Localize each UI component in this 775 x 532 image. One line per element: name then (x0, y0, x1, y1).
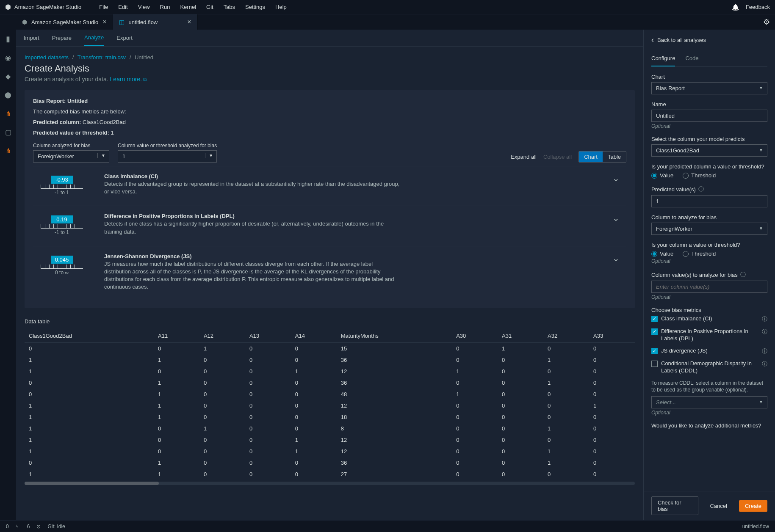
subtab-analyze[interactable]: Analyze (84, 30, 104, 46)
col-value-select[interactable]: 1 (118, 150, 217, 163)
info-icon[interactable] (740, 271, 746, 278)
menu-tabs[interactable]: Tabs (219, 4, 240, 10)
collapse-all[interactable]: Collapse all (543, 154, 572, 160)
table-row: 00100150100 (25, 342, 635, 354)
chevron-down-icon[interactable] (612, 213, 620, 223)
bias-threshold-radio[interactable]: Threshold (683, 251, 716, 257)
close-icon[interactable]: × (187, 18, 191, 26)
cancel-button[interactable]: Cancel (704, 500, 733, 512)
bias-value-radio[interactable]: Value (651, 251, 673, 257)
breadcrumb-datasets[interactable]: Imported datasets (25, 54, 69, 61)
metric-title: Difference in Positive Proportions in La… (104, 213, 401, 219)
status-file: untitled.flow (742, 524, 769, 529)
report-title: Bias Report: Untitled (33, 98, 626, 104)
disk-icon[interactable] (36, 524, 41, 529)
folder-icon[interactable] (4, 35, 12, 43)
table-header: A13 (245, 329, 291, 343)
menu-edit[interactable]: Edit (113, 4, 133, 10)
subtab-export[interactable]: Export (116, 30, 133, 45)
learn-more-link[interactable]: Learn more. (110, 76, 147, 83)
metric-checkbox[interactable]: JS divergence (JS) (651, 347, 767, 355)
info-icon[interactable] (762, 315, 767, 323)
info-icon[interactable] (762, 328, 767, 336)
info-icon[interactable] (698, 185, 704, 193)
view-chart-button[interactable]: Chart (579, 152, 603, 162)
gauge-range: -1 to 1 (36, 229, 87, 235)
checkbox[interactable] (651, 316, 658, 322)
menu-git[interactable]: Git (201, 4, 219, 10)
subtab-import[interactable]: Import (24, 30, 39, 45)
predict-threshold-radio[interactable]: Threshold (683, 172, 716, 179)
cddl-select[interactable]: Select... (651, 396, 767, 408)
metric-row: -0.93 -1 to 1 Class Imbalance (CI) Detec… (33, 166, 626, 202)
choose-metrics-label: Choose bias metrics (651, 307, 767, 313)
table-row: 10001120000 (25, 434, 635, 446)
top-menu-bar: Amazon SageMaker Studio FileEditViewRunK… (0, 0, 775, 14)
expand-all[interactable]: Expand all (511, 154, 537, 160)
menu-settings[interactable]: Settings (240, 4, 270, 10)
name-input[interactable] (651, 110, 767, 122)
checkbox[interactable] (651, 328, 658, 335)
name-label: Name (651, 101, 767, 108)
gear-icon[interactable] (763, 17, 770, 27)
menu-run[interactable]: Run (155, 4, 175, 10)
info-icon[interactable] (762, 360, 767, 368)
tab-1[interactable]: untitled.flow× (113, 14, 198, 30)
breadcrumb-transform[interactable]: Transform: train.csv (78, 54, 126, 61)
menu-help[interactable]: Help (270, 4, 292, 10)
close-icon[interactable]: × (102, 18, 106, 26)
bias-col-select[interactable]: ForeignWorker (651, 223, 767, 235)
menu-file[interactable]: File (94, 4, 113, 10)
commands-icon[interactable] (4, 91, 12, 99)
subtab-prepare[interactable]: Prepare (52, 30, 72, 45)
check-for-bias-button[interactable]: Check for bias (651, 496, 698, 515)
gauge-value: -0.93 (51, 176, 73, 184)
panel-tab-code[interactable]: Code (685, 51, 698, 66)
chevron-down-icon[interactable] (612, 173, 620, 183)
components-icon[interactable] (4, 128, 12, 136)
branch-icon[interactable] (16, 524, 20, 529)
metric-checkbox[interactable]: Class imbalance (CI) (651, 315, 767, 323)
table-row: 10001121000 (25, 366, 635, 377)
view-table-button[interactable]: Table (603, 152, 626, 162)
table-row: 11000180000 (25, 411, 635, 423)
table-header: A11 (154, 329, 199, 343)
metric-checkbox[interactable]: Conditional Demographic Disparity in Lab… (651, 360, 767, 375)
create-button[interactable]: Create (739, 500, 767, 512)
metric-desc: Detects if one class has a significantly… (104, 220, 401, 235)
col-analyzed-label: Column analyzed for bias (33, 143, 109, 149)
menu-view[interactable]: View (133, 4, 155, 10)
checkbox[interactable] (651, 361, 658, 367)
tab-0[interactable]: Amazon SageMaker Studio× (16, 14, 113, 30)
gauge-value: 0.045 (51, 256, 73, 264)
predict-value-radio[interactable]: Value (651, 172, 673, 179)
col-analyzed-select[interactable]: ForeignWorker (33, 150, 109, 163)
checkbox[interactable] (651, 348, 658, 354)
table-header: A33 (589, 329, 635, 343)
running-icon[interactable] (4, 53, 12, 62)
report-intro: The computed bias metrics are below: (33, 108, 626, 115)
metric-checkbox[interactable]: Difference in Positive Proportions in La… (651, 328, 767, 342)
panel-tab-configure[interactable]: Configure (651, 51, 675, 66)
chart-type-select[interactable]: Bias Report (651, 82, 767, 94)
table-row: 1010080010 (25, 423, 635, 434)
predicted-values-input[interactable] (651, 195, 767, 207)
back-to-analyses[interactable]: Back to all analyses (644, 30, 775, 51)
table-row: 11000270000 (25, 469, 635, 480)
bias-col-values-input[interactable] (651, 281, 767, 293)
bias-col-values-label: Column value(s) to analyze for bias (651, 272, 738, 278)
git-icon[interactable] (4, 72, 12, 80)
pipeline-icon[interactable] (4, 109, 12, 118)
menu-kernel[interactable]: Kernel (175, 4, 201, 10)
status-count: 6 (27, 524, 30, 529)
feedback-link[interactable]: Feedback (746, 4, 770, 10)
sagemaker-icon (22, 19, 27, 25)
horizontal-scrollbar[interactable] (25, 482, 635, 485)
endpoints-icon[interactable] (4, 146, 12, 155)
gauge-range: -1 to 1 (36, 190, 87, 196)
chevron-down-icon[interactable] (612, 253, 620, 263)
info-icon[interactable] (762, 347, 767, 355)
table-header: A31 (498, 329, 543, 343)
bell-icon[interactable] (732, 4, 739, 11)
predict-col-select[interactable]: Class1Good2Bad (651, 144, 767, 157)
